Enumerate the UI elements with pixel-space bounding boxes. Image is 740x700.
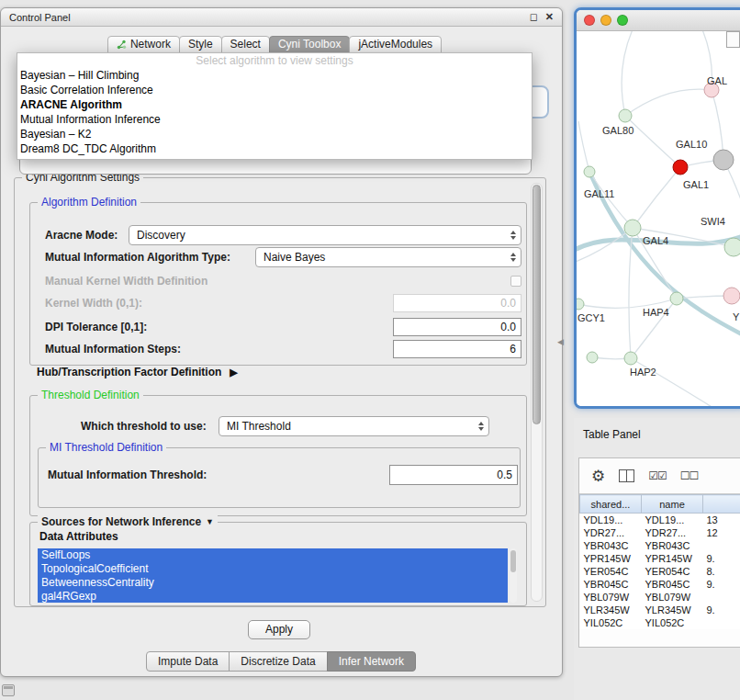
network-node-green[interactable] <box>624 220 641 236</box>
which-threshold-select[interactable]: MI Threshold <box>219 416 489 436</box>
mi-threshold-field[interactable]: 0.5 <box>389 465 518 485</box>
network-node-green[interactable] <box>670 292 683 305</box>
panel-dock-icon[interactable] <box>2 684 15 696</box>
network-edge[interactable] <box>578 121 589 172</box>
network-node-green[interactable] <box>724 238 740 256</box>
select-checked-icon[interactable]: ☑☑ <box>648 469 667 482</box>
tab-jactivemodules[interactable]: jActiveModules <box>349 36 442 54</box>
table-row[interactable]: YDL19...YDL19...13 <box>580 514 740 527</box>
network-edge[interactable] <box>633 167 680 228</box>
attributes-scrollbar[interactable] <box>510 548 517 603</box>
network-edge[interactable] <box>589 172 633 228</box>
network-graph[interactable]: GALGAL80GAL10GAL11GAL1SWI4GAL4GCY1HAP4HA… <box>577 31 740 407</box>
data-attributes-list[interactable]: SelfLoopsTopologicalCoefficientBetweenne… <box>38 548 508 603</box>
table-row[interactable]: YER054CYER054C8. <box>580 565 740 578</box>
tab-select[interactable]: Select <box>221 36 270 54</box>
minimize-icon[interactable]: ◻ <box>530 12 538 22</box>
table-row[interactable]: YBR045CYBR045C9. <box>580 578 740 591</box>
algorithm-option-mutual-information-inference[interactable]: Mutual Information Inference <box>17 112 532 127</box>
data-attribute-topologicalcoefficient[interactable]: TopologicalCoefficient <box>38 562 508 576</box>
network-node-green[interactable] <box>584 166 595 177</box>
zoom-traffic-light-icon[interactable] <box>617 15 628 26</box>
control-panel-titlebar[interactable]: Control Panel ◻ ✕ <box>1 8 562 27</box>
data-attribute-gal4rgexp[interactable]: gal4RGexp <box>38 590 508 603</box>
splitter-collapse-icon[interactable]: ◀ <box>557 337 564 346</box>
table-toolbar: ⚙ ☑☑ ☐☐ <box>579 458 740 494</box>
network-node-green[interactable] <box>619 109 632 122</box>
kernel-width-field[interactable]: 0.0 <box>393 294 521 312</box>
close-icon[interactable]: ✕ <box>545 12 554 22</box>
network-edge[interactable] <box>625 116 680 167</box>
table-row[interactable]: YIL052CYIL052C <box>580 616 740 629</box>
network-node-green[interactable] <box>624 352 637 365</box>
table-row[interactable]: YPR145WYPR145W9. <box>580 552 740 565</box>
bottom-tab-impute-data[interactable]: Impute Data <box>146 651 230 672</box>
aracne-mode-value: Discovery <box>137 229 185 242</box>
attributes-scrollbar-thumb[interactable] <box>510 550 516 572</box>
manual-kernel-checkbox[interactable] <box>510 276 521 287</box>
apply-button[interactable]: Apply <box>248 620 310 639</box>
mi-steps-label: Mutual Information Steps: <box>45 339 181 359</box>
table-row[interactable]: YBL079WYBL079W <box>580 591 740 604</box>
table-row[interactable]: YLR345WYLR345W9. <box>580 604 740 616</box>
columns-icon[interactable] <box>619 469 634 482</box>
node-label-gal1: GAL1 <box>683 179 709 190</box>
data-attribute-betweennesscentrality[interactable]: BetweennessCentrality <box>38 576 508 590</box>
network-node-green[interactable] <box>587 352 598 363</box>
select-unchecked-icon[interactable]: ☐☐ <box>680 469 699 482</box>
network-node-gray[interactable] <box>713 150 734 170</box>
hub-definition-expander[interactable]: Hub/Transcription Factor Definition ▶ <box>37 366 238 378</box>
network-view-window: GALGAL80GAL10GAL11GAL1SWI4GAL4GCY1HAP4HA… <box>574 7 740 409</box>
mi-threshold-label: Mutual Information Threshold: <box>48 465 207 485</box>
data-attribute-selfloops[interactable]: SelfLoops <box>38 548 508 562</box>
network-edge[interactable] <box>622 31 633 116</box>
algorithm-option-aracne-algorithm[interactable]: ARACNE Algorithm <box>17 97 532 112</box>
node-label-hap2: HAP2 <box>630 367 656 378</box>
mi-threshold-definition-group: MI Threshold Definition Mutual Informati… <box>38 447 521 508</box>
cyni-algorithm-settings-group: Cyni Algorithm Settings Algorithm Defini… <box>14 177 546 607</box>
algorithm-dropdown-popup: Select algorithm to view settings Bayesi… <box>17 52 533 160</box>
dpi-tolerance-field[interactable]: 0.0 <box>393 318 521 336</box>
threshold-definition-title: Threshold Definition <box>38 389 143 401</box>
aracne-mode-select[interactable]: Discovery <box>129 225 521 245</box>
network-edge[interactable] <box>631 358 716 407</box>
collapse-arrow-icon[interactable]: ▼ <box>206 515 214 528</box>
dock-icon-glyph <box>4 686 13 689</box>
network-node-red[interactable] <box>673 160 688 175</box>
algorithm-option-bayesian-k2[interactable]: Bayesian – K2 <box>17 127 532 141</box>
mi-steps-field[interactable]: 6 <box>393 340 521 358</box>
network-edge[interactable] <box>712 90 723 160</box>
bottom-tab-infer-network[interactable]: Infer Network <box>327 651 416 672</box>
bottom-tab-discretize-data[interactable]: Discretize Data <box>229 651 327 672</box>
algorithm-option-list: Bayesian – Hill ClimbingBasic Correlatio… <box>17 68 532 156</box>
network-edge[interactable] <box>625 89 712 116</box>
column-header-shared[interactable]: shared... <box>580 495 642 514</box>
gear-icon[interactable]: ⚙ <box>591 469 605 484</box>
settings-scrollbar-thumb[interactable] <box>533 185 541 424</box>
minimize-traffic-light-icon[interactable] <box>600 15 611 26</box>
algorithm-option-bayesian-hill-climbing[interactable]: Bayesian – Hill Climbing <box>17 68 532 83</box>
network-node-pink[interactable] <box>723 288 740 304</box>
tab-label: Select <box>230 39 261 51</box>
network-canvas[interactable]: GALGAL80GAL10GAL11GAL1SWI4GAL4GCY1HAP4HA… <box>577 31 740 407</box>
dropdown-placeholder: Select algorithm to view settings <box>17 53 532 68</box>
mi-type-select[interactable]: Naive Bayes <box>255 247 521 267</box>
expand-arrow-icon[interactable]: ▶ <box>230 367 237 378</box>
tab-style[interactable]: Style <box>179 36 222 54</box>
canvas-scroll-corner[interactable] <box>726 31 740 48</box>
algorithm-option-basic-correlation-inference[interactable]: Basic Correlation Inference <box>17 83 532 97</box>
tab-cyni-toolbox[interactable]: Cyni Toolbox <box>269 36 350 54</box>
table-row[interactable]: YDR27...YDR27...12 <box>580 526 740 539</box>
column-header-extra[interactable] <box>703 495 740 514</box>
algorithm-option-dream8-dc-tdc-algorithm[interactable]: Dream8 DC_TDC Algorithm <box>17 141 532 156</box>
column-header-name[interactable]: name <box>642 495 703 514</box>
close-traffic-light-icon[interactable] <box>584 15 595 26</box>
network-graph-icon <box>117 40 127 50</box>
network-node-green[interactable] <box>577 299 584 310</box>
table-row[interactable]: YBR043CYBR043C <box>580 539 740 552</box>
settings-scrollbar[interactable] <box>531 183 543 602</box>
tab-network[interactable]: Network <box>107 36 180 54</box>
table-panel: Table Panel ⚙ ☑☑ ☐☐ shared...name YDL19.… <box>574 418 740 700</box>
network-window-titlebar[interactable] <box>577 10 740 31</box>
table-header-row: shared...name <box>580 495 740 514</box>
